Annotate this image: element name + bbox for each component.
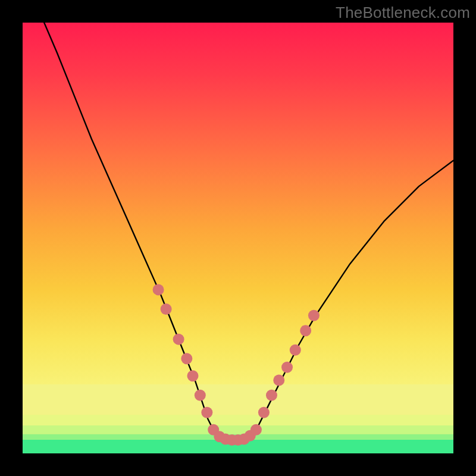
chart-svg — [23, 23, 453, 453]
chart-frame: TheBottleneck.com — [0, 0, 476, 476]
svg-point-25 — [290, 345, 301, 356]
svg-point-27 — [308, 310, 320, 321]
svg-point-11 — [195, 390, 206, 401]
watermark-text: TheBottleneck.com — [336, 4, 470, 22]
svg-point-10 — [187, 370, 198, 381]
svg-point-21 — [258, 407, 270, 418]
svg-point-24 — [281, 362, 293, 373]
svg-rect-5 — [23, 384, 453, 415]
svg-rect-3 — [23, 425, 453, 434]
svg-point-7 — [161, 303, 172, 315]
svg-point-9 — [181, 353, 192, 364]
svg-point-20 — [250, 424, 262, 436]
plot-area — [23, 23, 453, 453]
svg-point-12 — [201, 407, 212, 418]
svg-point-6 — [153, 284, 164, 295]
svg-point-8 — [173, 334, 184, 345]
svg-point-23 — [273, 374, 284, 386]
svg-point-26 — [300, 325, 311, 336]
svg-point-22 — [266, 390, 277, 401]
svg-rect-4 — [23, 415, 453, 425]
